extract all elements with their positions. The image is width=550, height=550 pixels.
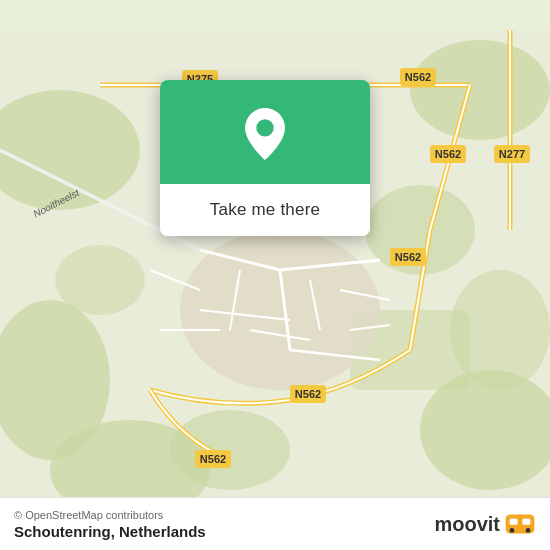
map-container: N275 N562 N562 N277 N562 N562 N562 Nooit… — [0, 0, 550, 550]
copyright-text: © OpenStreetMap contributors — [14, 509, 206, 521]
popup-green-area — [160, 80, 370, 184]
bottom-left: © OpenStreetMap contributors Schoutenrin… — [14, 509, 206, 540]
moovit-icon — [504, 508, 536, 540]
moovit-logo-text: moovit — [434, 513, 500, 536]
location-pin-icon — [239, 108, 291, 160]
svg-rect-53 — [510, 518, 518, 524]
svg-point-2 — [410, 40, 550, 140]
svg-point-51 — [256, 119, 273, 136]
svg-text:N562: N562 — [405, 71, 431, 83]
popup-card: Take me there — [160, 80, 370, 236]
svg-point-10 — [170, 410, 290, 490]
take-me-there-button[interactable]: Take me there — [160, 184, 370, 236]
location-name: Schoutenring, Netherlands — [14, 523, 206, 540]
svg-rect-54 — [522, 518, 530, 524]
bottom-bar: © OpenStreetMap contributors Schoutenrin… — [0, 497, 550, 550]
svg-text:N277: N277 — [499, 148, 525, 160]
svg-point-8 — [55, 245, 145, 315]
svg-point-56 — [526, 528, 531, 533]
svg-text:N562: N562 — [395, 251, 421, 263]
moovit-logo: moovit — [434, 508, 536, 540]
svg-text:N562: N562 — [295, 388, 321, 400]
svg-text:N562: N562 — [200, 453, 226, 465]
svg-text:N562: N562 — [435, 148, 461, 160]
svg-point-55 — [510, 528, 515, 533]
